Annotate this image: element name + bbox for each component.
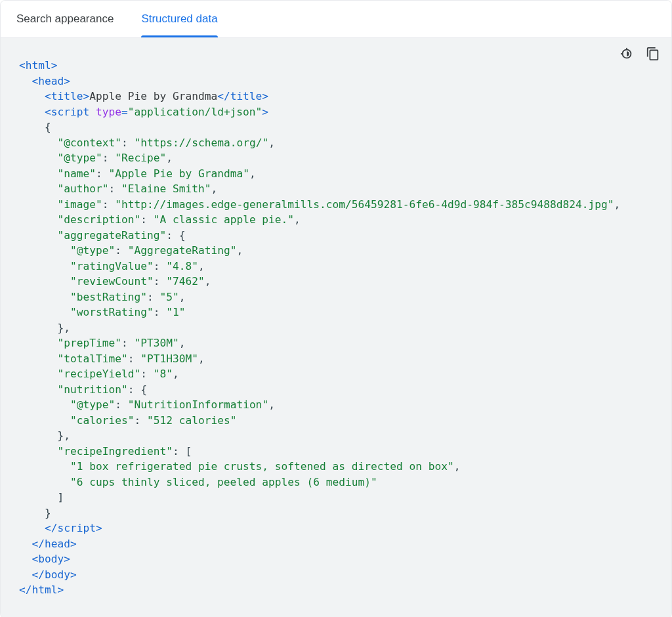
tag-title-open: <title> [45,90,89,102]
tab-structured-data[interactable]: Structured data [141,1,217,37]
k-ratingValue: ratingValue [77,260,147,272]
v-prepTime: PT30M [140,337,173,349]
result-card: Search appearance Structured data <html>… [0,0,672,617]
v-type: Recipe [121,152,159,164]
v-ingredient-1: 6 cups thinly sliced, peeled apples (6 m… [77,476,371,488]
v-ingredient-0: 1 box refrigerated pie crusts, softened … [77,460,448,473]
tag-title-close: </title> [217,90,268,102]
tab-search-appearance[interactable]: Search appearance [16,1,114,37]
copy-icon[interactable] [644,45,662,63]
k-prepTime: prepTime [64,337,115,349]
tag-html-close: </html> [19,584,64,596]
v-recipeYield: 8 [159,368,166,380]
v-author: Elaine Smith [128,182,205,195]
code-panel: <html> <head> <title>Apple Pie by Grandm… [1,38,671,617]
v-ar-type: AggregateRating [134,244,230,257]
k-image: image [64,198,96,211]
v-totalTime: PT1H30M [147,352,192,365]
attr-type: type [96,106,121,118]
k-bestRating: bestRating [77,291,140,303]
v-nut-type: NutritionInformation [134,398,262,411]
v-bestRating: 5 [166,291,173,303]
tag-script-close: </script> [45,522,102,534]
code-actions [618,45,662,63]
v-worstRating: 1 [173,306,179,318]
k-context: @context [64,137,115,149]
v-description: A classic apple pie. [159,213,287,226]
tag-script-open-b: > [262,106,268,118]
tag-body-close: </body> [32,568,77,581]
k-type: @type [64,152,96,164]
k-recipeIngredient: recipeIngredient [64,445,166,457]
v-reviewCount: 7462 [173,275,198,287]
k-description: description [64,213,134,226]
theme-toggle-icon[interactable] [618,45,636,63]
k-nutrition: nutrition [64,383,121,396]
v-image: http://images.edge-generalmills.com/5645… [121,198,608,211]
k-calories: calories [77,414,128,427]
k-worstRating: worstRating [77,306,147,318]
k-recipeYield: recipeYield [64,368,134,380]
v-name: Apple Pie by Grandma [115,167,243,180]
v-calories: 512 calories [154,414,230,427]
k-ar-type: @type [77,244,109,257]
k-reviewCount: reviewCount [77,275,147,287]
tag-html-open: <html> [19,59,57,72]
k-totalTime: totalTime [64,352,121,365]
attr-type-val: application/ld+json [134,106,255,118]
tag-script-open-a: <script [45,106,96,118]
tag-head-close: </head> [32,538,77,550]
tag-body-open: <body> [32,553,70,565]
v-context: https://schema.org/ [140,137,262,149]
tag-head-open: <head> [32,75,70,87]
page-title-text: Apple Pie by Grandma [89,90,217,102]
v-ratingValue: 4.8 [173,260,192,272]
tab-bar: Search appearance Structured data [1,1,671,38]
k-author: author [64,182,102,195]
code-block[interactable]: <html> <head> <title>Apple Pie by Grandm… [19,58,653,598]
k-aggregateRating: aggregateRating [64,229,159,242]
k-name: name [64,167,89,180]
k-nut-type: @type [77,398,109,411]
